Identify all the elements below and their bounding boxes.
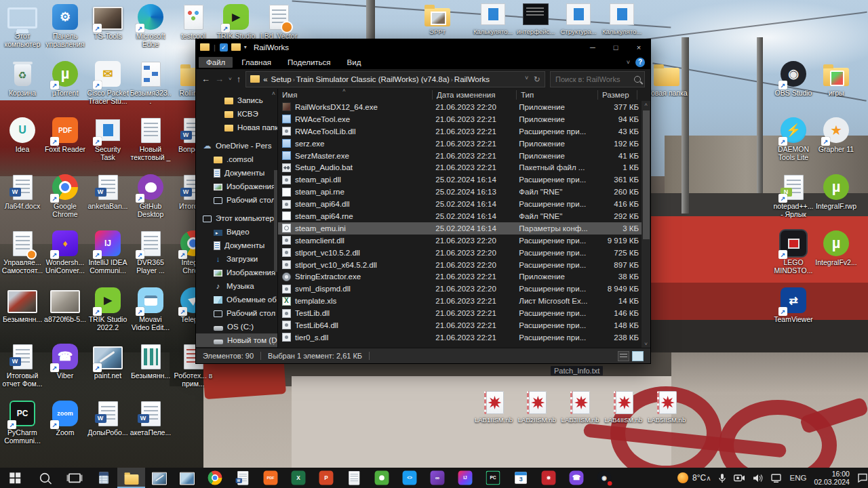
taskbar-viber-icon[interactable]: ☎ (562, 468, 590, 488)
taskbar-calendar-icon[interactable]: 3 (507, 468, 534, 488)
desktop-icon-github[interactable]: ↗GitHub Desktop (130, 173, 172, 218)
desktop-icon-word[interactable]: WИтоговый отчет Фом... (1, 342, 43, 388)
nav-item-computer[interactable]: Этот компьютер (196, 211, 277, 225)
back-button[interactable]: ← (201, 74, 210, 84)
desktop-icon-foxit[interactable]: PDF↗Foxit Reader (44, 116, 86, 153)
desktop-icon-notepadpp[interactable]: N↗notepad++... - Ярлык (772, 173, 814, 218)
desktop-icon-mathematica-nb[interactable]: LAB3IISM.nb (559, 390, 601, 424)
nav-item-pictures[interactable]: Изображения (196, 180, 277, 193)
desktop-icon-mathematica-nb[interactable]: LAB2IISM.nb (516, 390, 558, 424)
desktop-icon-lego[interactable]: ↗LEGO MINDSTO... (772, 229, 814, 274)
minimize-button[interactable]: ─ (581, 39, 604, 55)
file-list-scrollbar[interactable]: ˄ ˅ (642, 101, 650, 348)
file-row[interactable]: serz.exe21.06.2023 22:21Приложение192 КБ (278, 138, 642, 150)
file-row[interactable]: steam_api64.rne25.02.2024 16:14Файл "RNE… (278, 210, 642, 222)
desktop-icon-train-photo[interactable]: ↗TS-Tools (87, 3, 129, 40)
nav-item-folder[interactable]: КСВЭ (196, 107, 277, 121)
desktop-icon-utorrent[interactable]: µIntegralF.rwp (815, 173, 857, 210)
desktop-icon-word[interactable]: WЛа64f.docx (1, 173, 43, 210)
desktop-icon-dark-window[interactable]: интерфейс... (515, 1, 557, 36)
taskbar-search-icon[interactable] (30, 468, 60, 488)
nav-item-pictures[interactable]: Изображения (196, 266, 277, 279)
desktop-icon-intellij[interactable]: IJ↗IntelliJ IDEA Communi... (87, 229, 129, 274)
taskbar-chrome-icon[interactable] (201, 468, 229, 488)
clock[interactable]: 16:00 02.03.2024 (814, 470, 850, 486)
taskbar-visual-studio-icon[interactable]: ∞ (423, 468, 451, 488)
taskbar-calculator-icon[interactable] (90, 468, 117, 488)
desktop-icon-excel-doc[interactable]: Безымянн... (130, 342, 172, 380)
forward-button[interactable]: → (215, 74, 224, 84)
desktop-icon-utorrent[interactable]: µ↗µTorrent (44, 60, 86, 97)
nav-item-folder[interactable]: .comsol (196, 152, 277, 166)
properties-icon[interactable]: ✓ (220, 43, 228, 52)
nav-item-desktop[interactable]: Рабочий стол (196, 306, 277, 320)
file-row[interactable]: stlport_vc10.5.2.dll21.06.2023 22:20Расш… (278, 247, 642, 259)
taskbar-word-icon[interactable]: W (229, 468, 256, 488)
desktop-icon-obs[interactable]: ◉↗OBS Studio (772, 60, 814, 97)
file-row[interactable]: RailWorksDX12_64.exe21.06.2023 22:20Прил… (278, 101, 642, 113)
desktop-icon-txt[interactable]: ↗DVR365 Player ... (130, 229, 172, 274)
desktop-icon-daemon[interactable]: ⚡↗DAEMON Tools Lite (772, 116, 814, 161)
menu-tab-0[interactable]: Файл (199, 57, 233, 68)
thumbnails-view-button[interactable] (632, 351, 644, 361)
file-row[interactable]: TestLib.dll21.06.2023 22:21Расширение пр… (278, 307, 642, 319)
column-header-0[interactable]: Имя (278, 90, 433, 100)
recent-locations-caret-icon[interactable]: ˅ (229, 76, 232, 82)
desktop-icon-word[interactable]: WДопыРобо... (87, 399, 129, 436)
taskbar-green-app-icon[interactable] (368, 468, 395, 488)
file-row[interactable]: svml_dispmd.dll21.06.2023 22:20Расширени… (278, 283, 642, 295)
desktop-icon-wondershare[interactable]: ♦↗Wondersh... UniConver... (44, 229, 86, 274)
desktop-icon-chrome[interactable]: ↗Google Chrome (44, 173, 86, 218)
desktop-icon-grapher[interactable]: ★↗Grapher 11 (815, 116, 857, 153)
taskbar-notepad-icon[interactable] (340, 468, 368, 488)
up-button[interactable]: ↑ (237, 74, 241, 84)
desktop-icon-folder-games[interactable]: игры (815, 60, 857, 97)
file-row[interactable]: Setup_Audio.bat21.06.2023 22:21Пакетный … (278, 161, 642, 174)
taskbar-start-icon[interactable] (0, 468, 30, 488)
details-view-button[interactable] (618, 351, 629, 361)
file-row[interactable]: steam_emu.ini25.02.2024 16:14Параметры к… (278, 222, 642, 235)
column-header-1[interactable]: Дата изменения (433, 90, 517, 100)
taskbar-pycharm-icon[interactable]: PC (479, 468, 507, 488)
customize-qat-caret-icon[interactable]: ▾ (244, 44, 247, 50)
file-row[interactable]: SerzMaster.exe21.06.2023 22:21Приложение… (278, 150, 642, 162)
taskbar-excel-icon[interactable]: X (284, 468, 312, 488)
desktop-icon-cisco[interactable]: ✉↗Cisco Packet Tracer Stu... (87, 60, 129, 105)
desktop-icon-utorrent[interactable]: µIntegralFv2... (815, 229, 857, 266)
menu-tab-3[interactable]: Вид (340, 57, 369, 68)
taskbar-paintnet-icon[interactable] (145, 468, 173, 488)
nav-item-video[interactable]: Видео (196, 225, 277, 239)
file-row[interactable]: steam_api.rne25.02.2024 16:13Файл "RNE"2… (278, 186, 642, 198)
ribbon-expand-icon[interactable]: ˅ (627, 59, 630, 66)
taskbar-intellij-icon[interactable]: IJ (451, 468, 479, 488)
desktop-icon-zoom[interactable]: zoom↗Zoom (44, 399, 86, 436)
desktop-icon-word[interactable]: WanketaBan... (87, 173, 129, 210)
desktop-icon-idea[interactable]: UIdea (1, 116, 43, 153)
desktop-icon-edge[interactable]: ↗Microsoft Edge (130, 3, 172, 48)
desktop-icon-movavi[interactable]: ↗Movavi Video Edit... (130, 286, 172, 331)
file-row[interactable]: TestLib64.dll21.06.2023 22:21Расширение … (278, 319, 642, 331)
help-icon[interactable]: ? (635, 58, 645, 67)
column-header-3[interactable]: Размер (598, 90, 637, 100)
desktop-icon-app-window[interactable]: Структура... (557, 1, 599, 36)
network-icon[interactable] (771, 474, 782, 483)
file-row[interactable]: RWAceToolLib.dll21.06.2023 22:21Расширен… (278, 125, 642, 138)
desktop-icon-recycle-bin[interactable]: ♻Корзина (1, 60, 43, 97)
taskbar-mathematica-icon[interactable] (534, 468, 562, 488)
address-dropdown-caret-icon[interactable]: ˅ (525, 75, 528, 84)
menu-tab-1[interactable]: Главная (234, 57, 279, 68)
desktop-icon-doc-orange[interactable]: LBd_Vector (258, 3, 300, 40)
desktop-icon-teamviewer[interactable]: ⇄↗TeamViewer (772, 286, 814, 323)
desktop-icon-viber[interactable]: ☎↗Viber (44, 342, 86, 380)
patch-info-file-label[interactable]: Patch_Info.txt (551, 366, 603, 375)
desktop-icon-mathematica-nb[interactable]: LAB5IISM.nb (646, 390, 688, 424)
file-row[interactable]: RWAceTool.exe21.06.2023 22:21Приложение9… (278, 113, 642, 125)
taskbar-explorer-icon[interactable] (117, 468, 145, 488)
desktop-icon-trik[interactable]: ▶↗TRIK Studio 2022.2 (87, 286, 129, 331)
desktop-icon-photo-train[interactable]: Безымянн... (1, 286, 43, 323)
file-row[interactable]: stlport_vc10_x64.5.2.dll21.06.2023 22:20… (278, 259, 642, 271)
desktop-icon-paint-doc[interactable]: testcool (172, 3, 214, 40)
desktop-icon-control-panel[interactable]: ⚙Панель управления (44, 3, 86, 48)
nav-item-objects3d[interactable]: Объемные об (196, 293, 277, 306)
taskbar-obs-recording-icon[interactable]: ◉ (590, 468, 618, 488)
